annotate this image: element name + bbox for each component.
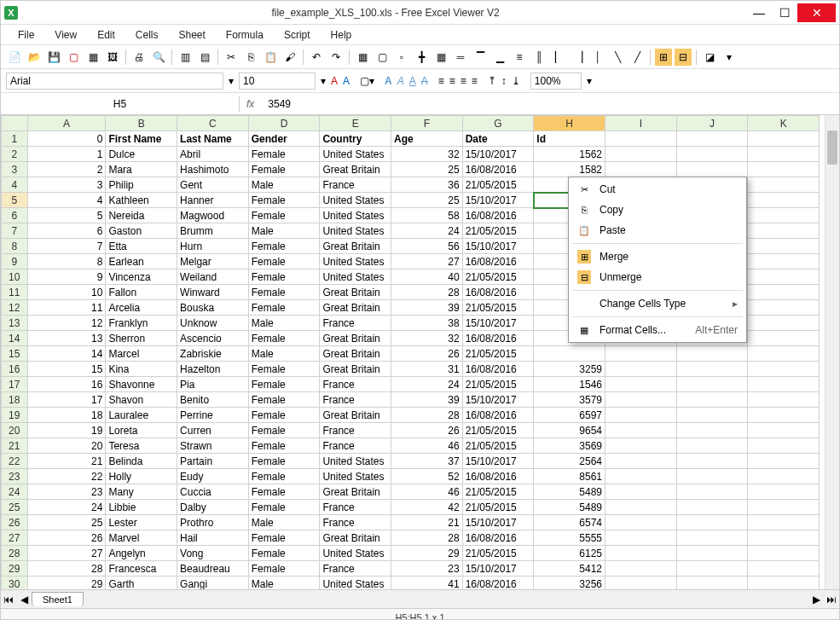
cell[interactable]: Fallon xyxy=(106,285,177,300)
cell[interactable]: United States xyxy=(320,147,391,162)
cell[interactable]: 28 xyxy=(391,530,463,546)
cell[interactable]: 27 xyxy=(27,546,106,561)
cell[interactable]: 28 xyxy=(391,408,463,423)
cell[interactable]: Ascencio xyxy=(177,331,249,346)
cell[interactable]: 24 xyxy=(391,223,463,239)
row-header-23[interactable]: 23 xyxy=(2,469,28,484)
row-header-20[interactable]: 20 xyxy=(2,423,28,438)
border-top-icon[interactable]: ▔ xyxy=(472,49,489,66)
cell[interactable]: 6125 xyxy=(534,546,605,561)
column-header-I[interactable]: I xyxy=(605,116,677,131)
row-header-12[interactable]: 12 xyxy=(2,300,28,316)
merge-icon[interactable]: ⊞ xyxy=(655,49,672,66)
bold-icon[interactable]: A xyxy=(385,75,392,87)
cell[interactable]: Date xyxy=(462,131,534,147)
cell[interactable]: 2564 xyxy=(534,454,605,469)
cell[interactable]: 8 xyxy=(27,254,106,269)
border-vert-icon[interactable]: ║ xyxy=(530,49,547,66)
cell[interactable]: Hazelton xyxy=(177,362,249,377)
cell[interactable]: Great Britain xyxy=(320,346,391,362)
cell[interactable] xyxy=(748,239,820,254)
cell[interactable]: 32 xyxy=(391,147,463,162)
cell[interactable]: Male xyxy=(248,346,320,362)
cell[interactable]: 36 xyxy=(391,177,463,193)
cell[interactable]: 21/05/2015 xyxy=(462,438,534,454)
cell[interactable]: 21/05/2015 xyxy=(462,300,534,316)
sheet-prev-icon[interactable]: ▥ xyxy=(177,49,194,66)
cell[interactable]: Unknow xyxy=(177,316,249,331)
row-header-28[interactable]: 28 xyxy=(2,546,28,561)
formatpaint-icon[interactable]: 🖌 xyxy=(281,49,298,66)
cell[interactable] xyxy=(676,377,748,392)
row-header-29[interactable]: 29 xyxy=(2,561,28,577)
cell[interactable] xyxy=(748,408,820,423)
row-header-13[interactable]: 13 xyxy=(2,316,28,331)
cell[interactable]: Curren xyxy=(177,423,249,438)
cell[interactable]: 21/05/2015 xyxy=(462,377,534,392)
cell[interactable] xyxy=(676,484,748,500)
close-button[interactable]: ✕ xyxy=(797,3,836,22)
cell[interactable]: Angelyn xyxy=(106,546,177,561)
row-header-5[interactable]: 5 xyxy=(2,193,28,208)
row-header-18[interactable]: 18 xyxy=(2,392,28,408)
cell[interactable] xyxy=(676,546,748,561)
cell[interactable]: 16/08/2016 xyxy=(462,254,534,269)
column-header-B[interactable]: B xyxy=(106,116,177,131)
cell[interactable]: 2 xyxy=(27,162,106,177)
cell[interactable] xyxy=(605,500,677,515)
font-name-combo[interactable] xyxy=(6,72,223,90)
row-header-22[interactable]: 22 xyxy=(2,454,28,469)
cell[interactable]: Female xyxy=(248,469,320,484)
ctx-change-type[interactable]: Change Cells Type ▸ xyxy=(569,293,746,314)
cell[interactable] xyxy=(748,484,820,500)
row-header-27[interactable]: 27 xyxy=(2,530,28,546)
sheet-nav-first-icon[interactable]: ⏮ xyxy=(1,592,16,607)
column-header-C[interactable]: C xyxy=(177,116,249,131)
cell[interactable]: 9654 xyxy=(534,423,605,438)
cell[interactable]: Hanner xyxy=(177,193,249,208)
cell[interactable] xyxy=(748,377,820,392)
cell[interactable] xyxy=(605,392,677,408)
minimize-button[interactable]: — xyxy=(746,3,772,22)
cell[interactable] xyxy=(676,362,748,377)
border-horiz-icon[interactable]: ═ xyxy=(452,49,469,66)
cell[interactable]: 18 xyxy=(27,408,106,423)
cell[interactable] xyxy=(605,484,677,500)
print-icon[interactable]: 🖨 xyxy=(130,49,148,66)
menu-sheet[interactable]: Sheet xyxy=(171,27,214,43)
valign-middle-icon[interactable]: ↕ xyxy=(501,75,507,87)
cell[interactable]: Great Britain xyxy=(320,484,391,500)
cell[interactable]: 1 xyxy=(27,147,106,162)
cell[interactable]: 15/10/2017 xyxy=(462,316,534,331)
cell[interactable]: Last Name xyxy=(177,131,249,147)
fill-color-icon[interactable]: A xyxy=(343,75,350,87)
border-grid-icon[interactable]: ▦ xyxy=(432,49,449,66)
column-header-D[interactable]: D xyxy=(248,116,320,131)
cell[interactable] xyxy=(676,392,748,408)
cell[interactable]: 5489 xyxy=(534,484,605,500)
cell[interactable] xyxy=(605,546,677,561)
pdf-icon[interactable]: ▢ xyxy=(65,49,82,66)
row-header-8[interactable]: 8 xyxy=(2,239,28,254)
cell[interactable]: 16 xyxy=(27,377,106,392)
cell[interactable]: 19 xyxy=(27,423,106,438)
cell[interactable]: Female xyxy=(248,454,320,469)
cell[interactable] xyxy=(748,438,820,454)
cell[interactable] xyxy=(605,469,677,484)
cell[interactable]: 20 xyxy=(27,438,106,454)
cell[interactable]: Loreta xyxy=(106,423,177,438)
ctx-unmerge[interactable]: ⊟ Unmerge xyxy=(569,267,746,287)
cell[interactable]: Holly xyxy=(106,469,177,484)
cell[interactable]: 8561 xyxy=(534,469,605,484)
cell[interactable]: 15/10/2017 xyxy=(462,392,534,408)
cell[interactable]: Female xyxy=(248,377,320,392)
sheet-nav-prev-icon[interactable]: ◀ xyxy=(16,592,32,607)
menu-file[interactable]: File xyxy=(9,27,43,43)
cell[interactable]: United States xyxy=(320,254,391,269)
select-all-corner[interactable] xyxy=(2,116,28,131)
cell[interactable]: 16/08/2016 xyxy=(462,208,534,223)
column-header-H[interactable]: H xyxy=(534,116,605,131)
cell[interactable] xyxy=(748,454,820,469)
cell[interactable]: Female xyxy=(248,362,320,377)
cell[interactable] xyxy=(748,193,820,208)
